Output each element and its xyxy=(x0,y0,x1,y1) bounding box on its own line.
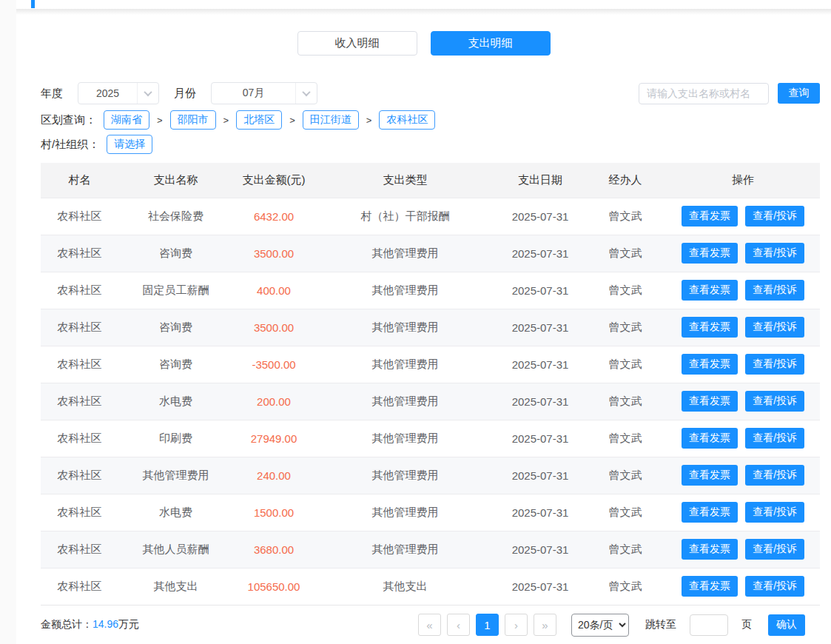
total-unit: 万元 xyxy=(118,618,139,630)
view-invoice-button[interactable]: 查看发票 xyxy=(682,502,738,523)
cell-expense-name: 其他支出 xyxy=(118,568,233,605)
table-header-row: 村名 支出名称 支出金额(元) 支出类型 支出日期 经办人 操作 xyxy=(41,163,820,198)
cell-actions: 查看发票 查看/投诉 xyxy=(666,235,820,272)
region-chip[interactable]: 邵阳市 xyxy=(170,110,216,130)
tab-income-detail[interactable]: 收入明细 xyxy=(297,31,417,56)
table-row: 农科社区 其他支出 105650.00 其他支出 2025-07-31 曾文武 … xyxy=(41,568,820,605)
year-select-arrow[interactable] xyxy=(138,90,158,96)
view-invoice-button[interactable]: 查看发票 xyxy=(682,428,738,449)
first-page-button[interactable]: « xyxy=(418,614,441,636)
prev-page-button[interactable]: ‹ xyxy=(447,614,470,636)
table-row: 农科社区 咨询费 3500.00 其他管理费用 2025-07-31 曾文武 查… xyxy=(41,309,820,346)
org-label: 村/社组织： xyxy=(41,138,99,152)
header-type: 支出类型 xyxy=(314,163,496,198)
next-page-button[interactable]: › xyxy=(505,614,528,636)
view-complaint-button[interactable]: 查看/投诉 xyxy=(745,354,804,375)
breadcrumb-separator: > xyxy=(289,115,295,126)
jump-page-input[interactable] xyxy=(690,614,728,636)
view-invoice-button[interactable]: 查看发票 xyxy=(682,539,738,560)
confirm-button[interactable]: 确认 xyxy=(768,614,805,636)
cell-type: 其他支出 xyxy=(314,568,496,605)
view-complaint-button[interactable]: 查看/投诉 xyxy=(745,391,804,412)
cell-date: 2025-07-31 xyxy=(496,383,585,420)
org-select-button[interactable]: 请选择 xyxy=(107,135,152,154)
region-chip[interactable]: 北塔区 xyxy=(236,110,282,130)
view-invoice-button[interactable]: 查看发票 xyxy=(682,317,738,338)
page-left-gutter xyxy=(0,0,16,644)
cell-actions: 查看发票 查看/投诉 xyxy=(666,494,820,531)
year-select[interactable]: 2025 xyxy=(78,82,159,104)
breadcrumb-item: > 邵阳市 xyxy=(149,110,216,130)
view-complaint-button[interactable]: 查看/投诉 xyxy=(745,576,804,597)
month-label: 月份 xyxy=(174,87,196,101)
filter-row-date: 年度 2025 月份 07月 查询 xyxy=(41,82,820,104)
view-complaint-button[interactable]: 查看/投诉 xyxy=(745,428,804,449)
org-chip-item: 请选择 xyxy=(107,135,152,154)
cell-type: 其他管理费用 xyxy=(314,420,496,457)
cell-operator: 曾文武 xyxy=(585,272,666,309)
cell-expense-name: 水电费 xyxy=(118,383,233,420)
view-complaint-button[interactable]: 查看/投诉 xyxy=(745,243,804,264)
view-invoice-button[interactable]: 查看发票 xyxy=(682,465,738,486)
year-select-value: 2025 xyxy=(78,87,137,99)
page-size-select[interactable]: 20条/页 xyxy=(571,614,629,637)
view-complaint-button[interactable]: 查看/投诉 xyxy=(745,502,804,523)
cell-amount: 240.00 xyxy=(233,457,314,494)
cell-type: 其他管理费用 xyxy=(314,346,496,383)
page-1-button[interactable]: 1 xyxy=(476,614,499,636)
cell-type: 村（社）干部报酬 xyxy=(314,198,496,235)
cell-operator: 曾文武 xyxy=(585,235,666,272)
cell-operator: 曾文武 xyxy=(585,568,666,605)
view-complaint-button[interactable]: 查看/投诉 xyxy=(745,317,804,338)
view-invoice-button[interactable]: 查看发票 xyxy=(682,576,738,597)
search-button[interactable]: 查询 xyxy=(778,83,820,104)
cell-village: 农科社区 xyxy=(41,309,118,346)
tab-expense-detail[interactable]: 支出明细 xyxy=(431,31,551,56)
month-select[interactable]: 07月 xyxy=(211,82,317,104)
cell-expense-name: 咨询费 xyxy=(118,235,233,272)
cell-village: 农科社区 xyxy=(41,568,118,605)
table-row: 农科社区 咨询费 -3500.00 其他管理费用 2025-07-31 曾文武 … xyxy=(41,346,820,383)
cell-village: 农科社区 xyxy=(41,235,118,272)
cell-date: 2025-07-31 xyxy=(496,346,585,383)
cell-type: 其他管理费用 xyxy=(314,494,496,531)
view-complaint-button[interactable]: 查看/投诉 xyxy=(745,465,804,486)
search-input[interactable] xyxy=(639,83,769,104)
breadcrumb-item: > 田江街道 xyxy=(282,110,359,130)
region-chip[interactable]: 湖南省 xyxy=(104,110,149,130)
view-invoice-button[interactable]: 查看发票 xyxy=(682,206,738,227)
table-row: 农科社区 固定员工薪酬 400.00 其他管理费用 2025-07-31 曾文武… xyxy=(41,272,820,309)
cell-village: 农科社区 xyxy=(41,198,118,235)
cell-operator: 曾文武 xyxy=(585,531,666,568)
region-chip[interactable]: 田江街道 xyxy=(303,110,359,130)
cell-type: 其他管理费用 xyxy=(314,457,496,494)
view-invoice-button[interactable]: 查看发票 xyxy=(682,280,738,301)
view-complaint-button[interactable]: 查看/投诉 xyxy=(745,206,804,227)
view-complaint-button[interactable]: 查看/投诉 xyxy=(745,280,804,301)
view-invoice-button[interactable]: 查看发票 xyxy=(682,391,738,412)
month-select-arrow[interactable] xyxy=(296,90,317,96)
cell-amount: 105650.00 xyxy=(233,568,314,605)
cell-expense-name: 咨询费 xyxy=(118,309,233,346)
cell-actions: 查看发票 查看/投诉 xyxy=(666,272,820,309)
breadcrumb-item: > 湖南省 xyxy=(104,110,149,130)
region-chip[interactable]: 农科社区 xyxy=(379,110,435,130)
breadcrumb-separator: > xyxy=(157,115,163,126)
cell-date: 2025-07-31 xyxy=(496,309,585,346)
cell-operator: 曾文武 xyxy=(585,198,666,235)
table-row: 农科社区 其他管理费用 240.00 其他管理费用 2025-07-31 曾文武… xyxy=(41,457,820,494)
cell-village: 农科社区 xyxy=(41,494,118,531)
cell-amount: 200.00 xyxy=(233,383,314,420)
cell-expense-name: 水电费 xyxy=(118,494,233,531)
cell-expense-name: 固定员工薪酬 xyxy=(118,272,233,309)
view-complaint-button[interactable]: 查看/投诉 xyxy=(745,539,804,560)
cell-date: 2025-07-31 xyxy=(496,457,585,494)
cell-date: 2025-07-31 xyxy=(496,235,585,272)
breadcrumb-item: > 农科社区 xyxy=(359,110,436,130)
cell-type: 其他管理费用 xyxy=(314,383,496,420)
view-invoice-button[interactable]: 查看发票 xyxy=(682,243,738,264)
view-invoice-button[interactable]: 查看发票 xyxy=(682,354,738,375)
last-page-button[interactable]: » xyxy=(534,614,556,636)
cell-operator: 曾文武 xyxy=(585,383,666,420)
cell-amount: 3680.00 xyxy=(233,531,314,568)
